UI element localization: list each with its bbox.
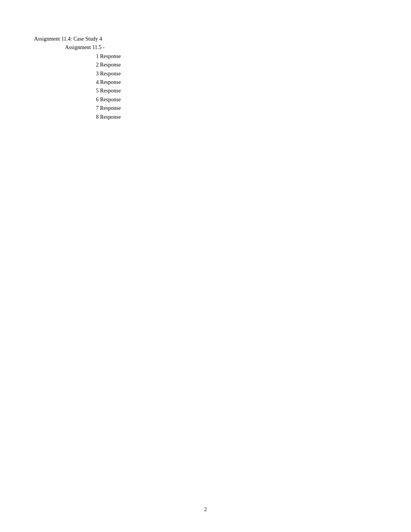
response-item-6: 6 Response	[96, 95, 411, 104]
response-item-1: 1 Response	[96, 52, 411, 61]
assignment-11-5-heading: Assignment 11.5 -	[65, 43, 411, 52]
response-item-3: 3 Response	[96, 70, 411, 78]
response-item-8: 8 Response	[96, 113, 411, 121]
assignment-11-4-heading: Assignment 11.4: Case Study 4	[34, 35, 411, 43]
response-list: 1 Response2 Response3 Response4 Response…	[34, 52, 411, 121]
page-content: Assignment 11.4: Case Study 4 Assignment…	[0, 0, 411, 121]
page-number: 2	[0, 506, 411, 513]
response-item-2: 2 Response	[96, 61, 411, 69]
response-item-5: 5 Response	[96, 87, 411, 95]
response-item-7: 7 Response	[96, 104, 411, 113]
response-item-4: 4 Response	[96, 78, 411, 87]
